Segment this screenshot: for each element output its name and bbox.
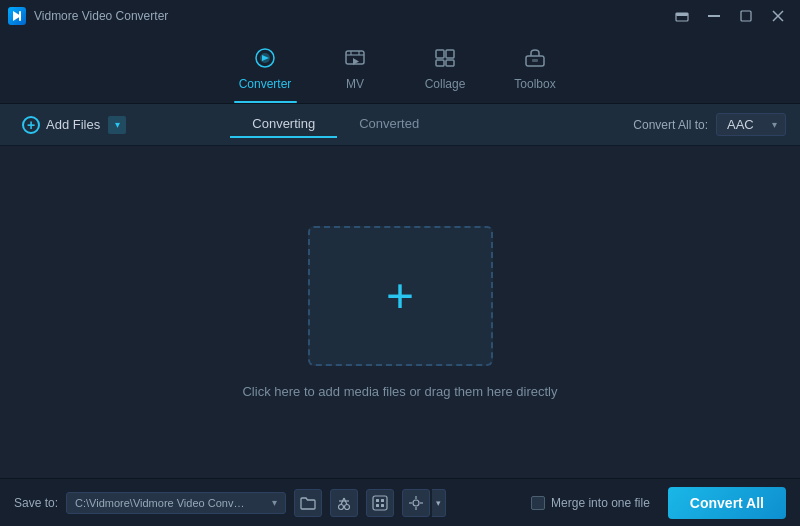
preferences-button[interactable] xyxy=(402,489,430,517)
svg-point-22 xyxy=(339,504,344,509)
format-selected-value: AAC xyxy=(727,117,754,132)
merge-checkbox[interactable] xyxy=(531,496,545,510)
tab-converter-label: Converter xyxy=(239,77,292,91)
svg-rect-29 xyxy=(381,499,384,502)
svg-rect-31 xyxy=(381,504,384,507)
save-path-dropdown-arrow[interactable]: ▾ xyxy=(272,497,277,508)
convert-all-to-label: Convert All to: xyxy=(633,118,708,132)
window-controls xyxy=(668,6,792,26)
svg-rect-5 xyxy=(741,11,751,21)
merge-label: Merge into one file xyxy=(551,496,650,510)
svg-rect-3 xyxy=(676,13,688,16)
add-files-button[interactable]: + Add Files ▾ xyxy=(14,112,134,138)
tab-collage[interactable]: Collage xyxy=(400,35,490,103)
title-bar-left: Vidmore Video Converter xyxy=(8,7,168,25)
svg-rect-18 xyxy=(436,60,444,66)
sub-tab-converted[interactable]: Converted xyxy=(337,111,441,138)
tab-toolbox[interactable]: Toolbox xyxy=(490,35,580,103)
caption-btn[interactable] xyxy=(668,6,696,26)
drop-zone[interactable]: + xyxy=(308,226,493,366)
main-content: + Click here to add media files or drag … xyxy=(0,146,800,478)
svg-rect-17 xyxy=(446,50,454,58)
settings-cut-button[interactable] xyxy=(330,489,358,517)
add-files-dropdown-arrow[interactable]: ▾ xyxy=(108,116,126,134)
mv-icon xyxy=(343,47,367,73)
drop-hint: Click here to add media files or drag th… xyxy=(242,384,557,399)
merge-checkbox-area: Merge into one file xyxy=(531,496,650,510)
save-to-label: Save to: xyxy=(14,496,58,510)
save-path-text: C:\Vidmore\Vidmore Video Converter\Conve… xyxy=(75,497,245,509)
add-files-circle-icon: + xyxy=(22,116,40,134)
format-dropdown-arrow: ▾ xyxy=(772,119,777,130)
svg-point-32 xyxy=(413,500,419,506)
format-select-dropdown[interactable]: AAC ▾ xyxy=(716,113,786,136)
bottom-bar: Save to: C:\Vidmore\Vidmore Video Conver… xyxy=(0,478,800,526)
effects-button[interactable] xyxy=(366,489,394,517)
svg-rect-1 xyxy=(19,11,21,21)
minimize-btn[interactable] xyxy=(700,6,728,26)
close-btn[interactable] xyxy=(764,6,792,26)
toolbox-icon xyxy=(523,47,547,73)
svg-rect-4 xyxy=(708,15,720,17)
svg-point-23 xyxy=(345,504,350,509)
add-files-label: Add Files xyxy=(46,117,100,132)
sub-tab-converting[interactable]: Converting xyxy=(230,111,337,138)
tab-collage-label: Collage xyxy=(425,77,466,91)
tab-mv[interactable]: MV xyxy=(310,35,400,103)
convert-all-button[interactable]: Convert All xyxy=(668,487,786,519)
svg-rect-16 xyxy=(436,50,444,58)
svg-rect-21 xyxy=(532,59,538,62)
title-bar: Vidmore Video Converter xyxy=(0,0,800,32)
app-icon xyxy=(8,7,26,25)
save-path-box: C:\Vidmore\Vidmore Video Converter\Conve… xyxy=(66,492,286,514)
plus-icon: + xyxy=(386,272,414,320)
converter-icon xyxy=(253,47,277,73)
sub-tab-group: Converting Converted xyxy=(230,111,441,138)
collage-icon xyxy=(433,47,457,73)
nav-tabs: Converter MV Collage xyxy=(0,32,800,104)
svg-rect-27 xyxy=(373,496,387,510)
browse-folder-button[interactable] xyxy=(294,489,322,517)
svg-rect-28 xyxy=(376,499,379,502)
svg-rect-19 xyxy=(446,60,454,66)
tab-toolbox-label: Toolbox xyxy=(514,77,555,91)
tab-converter[interactable]: Converter xyxy=(220,35,310,103)
tab-mv-label: MV xyxy=(346,77,364,91)
convert-all-to-area: Convert All to: AAC ▾ xyxy=(633,113,786,136)
toolbar: + Add Files ▾ Converting Converted Conve… xyxy=(0,104,800,146)
title-text: Vidmore Video Converter xyxy=(34,9,168,23)
preferences-dropdown-btn[interactable]: ▾ xyxy=(432,489,446,517)
svg-rect-30 xyxy=(376,504,379,507)
maximize-btn[interactable] xyxy=(732,6,760,26)
